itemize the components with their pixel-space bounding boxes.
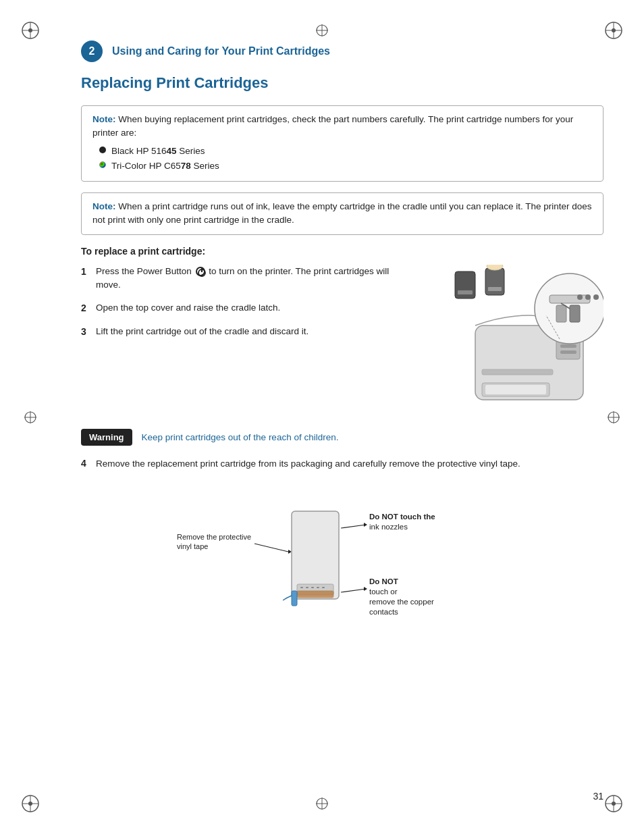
svg-rect-40 [560, 350, 576, 354]
cartridge-illustration: Remove the protective vinyl tape [81, 484, 603, 619]
step-3-num: 3 [81, 325, 96, 339]
svg-marker-67 [364, 523, 367, 527]
corner-mark-tc [312, 20, 332, 41]
svg-line-68 [341, 589, 366, 592]
svg-text:Do NOT touch the: Do NOT touch the [369, 513, 435, 521]
svg-text:remove the copper: remove the copper [369, 598, 434, 606]
svg-rect-59 [300, 587, 303, 588]
step-4-text: Remove the replacement print cartridge f… [96, 457, 603, 471]
step-3: 3 Lift the print cartridge out of the cr… [81, 325, 414, 339]
svg-text:ink nozzles: ink nozzles [369, 523, 408, 531]
steps-heading: To replace a print cartridge: [81, 246, 603, 257]
svg-text:vinyl tape: vinyl tape [177, 542, 208, 550]
step-1: 1 Press the Power Button to turn on the … [81, 265, 414, 292]
warning-badge: Warning [81, 429, 132, 446]
note1-item-color: Tri-Color HP C6578 Series [99, 159, 592, 173]
svg-point-50 [585, 294, 591, 300]
steps-list: 1 Press the Power Button to turn on the … [81, 265, 414, 415]
svg-point-15 [612, 802, 616, 806]
svg-line-66 [341, 525, 366, 528]
warning-text: Keep print cartridges out of the reach o… [142, 432, 339, 442]
corner-mark-bc [312, 793, 332, 814]
svg-rect-62 [317, 587, 319, 588]
svg-point-7 [612, 28, 616, 32]
printer-illustration [428, 265, 603, 415]
svg-text:contacts: contacts [369, 608, 398, 616]
note2-text: When a print cartridge runs out of ink, … [92, 201, 592, 225]
note1-item-color-text: Tri-Color HP C6578 Series [111, 159, 219, 173]
step-4-num: 4 [81, 457, 96, 471]
svg-rect-31 [458, 290, 473, 294]
note2-label: Note: [92, 201, 116, 211]
svg-rect-46 [556, 305, 566, 322]
svg-rect-61 [311, 587, 314, 588]
bullet-color-icon [99, 161, 106, 168]
note1-label: Note: [92, 114, 116, 124]
corner-mark-mr [603, 407, 624, 427]
svg-point-11 [28, 802, 32, 806]
step-2-text: Open the top cover and raise the cradle … [96, 301, 414, 315]
step-2-num: 2 [81, 301, 96, 315]
svg-rect-64 [297, 591, 333, 598]
corner-mark-ml [20, 407, 41, 427]
step-4: 4 Remove the replacement print cartridge… [81, 457, 603, 471]
note1-item-black-text: Black HP 51645 Series [111, 145, 205, 158]
step-1-text: Press the Power Button to turn on the pr… [96, 265, 414, 292]
note1-item-black: Black HP 51645 Series [99, 145, 592, 158]
chapter-header: 2 Using and Caring for Your Print Cartri… [81, 41, 603, 62]
chapter-number: 2 [81, 41, 103, 62]
step-2: 2 Open the top cover and raise the cradl… [81, 301, 414, 315]
svg-rect-39 [560, 344, 576, 348]
svg-rect-43 [482, 369, 553, 375]
printer-svg [428, 265, 603, 413]
step-4-section: 4 Remove the replacement print cartridge… [81, 457, 603, 471]
svg-point-51 [593, 294, 599, 300]
svg-text:Do NOT: Do NOT [369, 577, 398, 585]
step-3-text: Lift the print cartridge out of the crad… [96, 325, 414, 338]
svg-point-3 [28, 28, 32, 32]
svg-marker-69 [364, 587, 367, 591]
svg-rect-65 [292, 591, 297, 606]
chapter-title: Using and Caring for Your Print Cartridg… [112, 45, 330, 57]
svg-rect-42 [485, 385, 546, 394]
svg-rect-63 [322, 587, 325, 588]
corner-mark-tl [20, 20, 41, 41]
section-heading: Replacing Print Cartridges [81, 74, 603, 92]
svg-rect-47 [570, 305, 580, 322]
svg-text:touch or: touch or [369, 588, 398, 596]
steps-section: To replace a print cartridge: 1 Press th… [81, 246, 603, 415]
bullet-black-icon [99, 147, 106, 153]
svg-rect-45 [549, 295, 590, 303]
corner-mark-br [603, 793, 624, 814]
note-box-2: Note: When a print cartridge runs out of… [81, 192, 603, 235]
svg-rect-33 [488, 287, 502, 291]
note1-text: When buying replacement print cartridges… [92, 114, 573, 138]
svg-text:Remove the protective: Remove the protective [177, 533, 251, 541]
note-box-1: Note: When buying replacement print cart… [81, 105, 603, 182]
warning-section: Warning Keep print cartridges out of the… [81, 429, 603, 446]
power-icon [196, 267, 205, 276]
svg-point-34 [487, 265, 503, 270]
page-number: 31 [593, 791, 603, 802]
corner-mark-tr [603, 20, 624, 41]
step-1-num: 1 [81, 265, 96, 279]
steps-with-image-container: 1 Press the Power Button to turn on the … [81, 265, 603, 415]
svg-rect-60 [306, 587, 308, 588]
cartridge-svg: Remove the protective vinyl tape [173, 484, 511, 619]
svg-line-55 [254, 544, 288, 552]
svg-point-49 [577, 294, 583, 300]
corner-mark-bl [20, 793, 41, 814]
